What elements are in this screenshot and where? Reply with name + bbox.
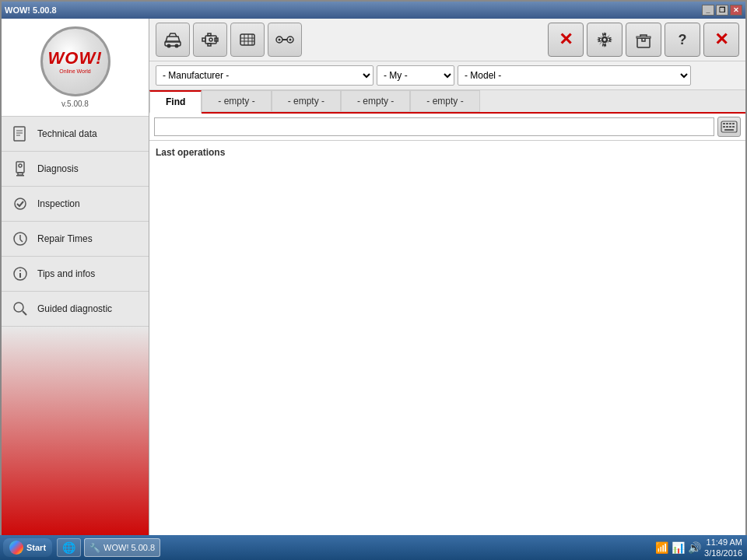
clock-time: 11:49 AM xyxy=(704,537,742,548)
ie-icon: 🌐 xyxy=(62,541,75,554)
minimize-button[interactable]: _ xyxy=(702,5,714,16)
svg-rect-24 xyxy=(208,44,211,46)
svg-rect-39 xyxy=(637,38,650,47)
engine-button[interactable] xyxy=(193,23,227,57)
axle-button[interactable] xyxy=(268,23,302,57)
svg-rect-0 xyxy=(14,127,25,141)
car-button[interactable] xyxy=(156,23,190,57)
taskbar: Start 🌐 🔧 WOW! 5.00.8 📶 📊 🔊 11:49 AM 3/1… xyxy=(0,535,747,560)
svg-point-38 xyxy=(602,37,607,42)
volume-icon: 🔊 xyxy=(688,541,701,554)
start-button[interactable]: Start xyxy=(3,538,52,557)
guided-diagnostic-label: Guided diagnostic xyxy=(37,303,112,314)
svg-rect-41 xyxy=(642,38,645,41)
taskbar-wow-button[interactable]: 🔧 WOW! 5.00.8 xyxy=(84,538,160,557)
svg-point-13 xyxy=(19,270,21,271)
keyboard-button[interactable] xyxy=(717,117,741,137)
cancel-action-button[interactable]: ✕ xyxy=(548,23,584,57)
sidebar-item-diagnosis[interactable]: Diagnosis xyxy=(2,152,149,187)
logo-circle: WOW! Online World xyxy=(40,26,110,96)
svg-rect-46 xyxy=(729,123,731,124)
title-bar: WOW! 5.00.8 _ ❐ ✕ xyxy=(2,2,745,19)
tab-empty4[interactable]: - empty - xyxy=(410,90,479,112)
window-title: WOW! 5.00.8 xyxy=(5,5,57,15)
tabs-row: Find- empty -- empty -- empty -- empty - xyxy=(149,90,745,114)
engine-icon xyxy=(199,30,221,49)
package-button[interactable] xyxy=(626,23,661,57)
taskbar-ie-button[interactable]: 🌐 xyxy=(57,538,81,557)
svg-point-15 xyxy=(14,303,23,312)
app-window: WOW! 5.00.8 _ ❐ ✕ WOW! Online World v.5.… xyxy=(0,0,747,544)
my-dropdown[interactable]: - My - xyxy=(377,65,454,86)
clock-area: 11:49 AM 3/18/2016 xyxy=(704,537,742,559)
sidebar: WOW! Online World v.5.00.8 Technical dat… xyxy=(2,19,149,543)
svg-point-19 xyxy=(175,44,179,48)
svg-point-25 xyxy=(209,38,212,41)
keyboard-icon xyxy=(721,121,738,133)
guided-diagnostic-icon xyxy=(9,298,31,320)
svg-point-7 xyxy=(19,164,22,167)
diagnosis-label: Diagnosis xyxy=(37,163,79,174)
svg-point-36 xyxy=(289,39,292,41)
technical-data-label: Technical data xyxy=(37,128,97,139)
window-close-button[interactable]: ✕ xyxy=(730,5,742,16)
clock-date: 3/18/2016 xyxy=(704,548,742,558)
svg-point-35 xyxy=(279,39,281,41)
wow-taskbar-icon: 🔧 xyxy=(89,543,100,553)
tab-empty1[interactable]: - empty - xyxy=(202,90,271,112)
svg-line-11 xyxy=(20,240,23,242)
help-button[interactable]: ? xyxy=(665,23,700,57)
main-content: WOW! Online World v.5.00.8 Technical dat… xyxy=(2,19,745,543)
sidebar-item-guided-diagnostic[interactable]: Guided diagnostic xyxy=(2,292,149,327)
toolbar-right: ✕ xyxy=(548,23,739,57)
sidebar-item-tips-infos[interactable]: Tips and infos xyxy=(2,257,149,292)
tab-find[interactable]: Find xyxy=(149,90,202,114)
content-area: Last operations xyxy=(149,141,745,543)
search-area xyxy=(149,114,745,141)
signal-icon: 📊 xyxy=(672,541,685,554)
axle-icon xyxy=(274,30,296,49)
search-input[interactable] xyxy=(154,117,714,136)
svg-rect-49 xyxy=(726,126,728,128)
svg-rect-21 xyxy=(202,38,205,41)
svg-rect-23 xyxy=(208,33,211,36)
diagnosis-icon xyxy=(9,158,31,180)
wow-taskbar-label: WOW! 5.00.8 xyxy=(103,543,155,552)
sidebar-item-repair-times[interactable]: Repair Times xyxy=(2,222,149,257)
sidebar-item-technical-data[interactable]: Technical data xyxy=(2,117,149,152)
right-panel: ✕ xyxy=(149,19,745,543)
last-operations-title: Last operations xyxy=(156,147,739,158)
car-icon xyxy=(162,30,184,49)
start-label: Start xyxy=(26,543,46,552)
tab-empty3[interactable]: - empty - xyxy=(341,90,410,112)
repair-times-icon xyxy=(9,228,31,250)
svg-rect-48 xyxy=(723,126,725,128)
svg-line-16 xyxy=(23,311,26,315)
title-bar-controls: _ ❐ ✕ xyxy=(702,5,742,16)
restore-button[interactable]: ❐ xyxy=(716,5,728,16)
svg-rect-6 xyxy=(16,175,24,177)
manufacturer-dropdown[interactable]: - Manufacturer - xyxy=(156,65,374,86)
sidebar-item-inspection[interactable]: Inspection xyxy=(2,187,149,222)
taskbar-right: 📶 📊 🔊 11:49 AM 3/18/2016 xyxy=(655,537,747,559)
svg-rect-44 xyxy=(723,123,725,124)
radiator-button[interactable] xyxy=(230,23,265,57)
close-window-button[interactable]: ✕ xyxy=(703,23,739,57)
svg-rect-45 xyxy=(726,123,728,124)
repair-times-label: Repair Times xyxy=(37,233,93,244)
logo-wow-text: WOW! xyxy=(48,48,103,68)
toolbar: ✕ xyxy=(149,19,745,61)
sidebar-bottom xyxy=(2,327,149,543)
model-dropdown[interactable]: - Model - xyxy=(458,65,691,86)
inspection-label: Inspection xyxy=(37,198,80,209)
gear-icon xyxy=(595,30,614,49)
package-icon xyxy=(634,30,653,49)
nav-items: Technical dataDiagnosisInspectionRepair … xyxy=(2,117,149,327)
version-text: v.5.00.8 xyxy=(61,100,89,108)
svg-point-8 xyxy=(15,198,26,209)
svg-rect-52 xyxy=(724,129,734,131)
tips-infos-icon xyxy=(9,263,31,285)
settings-button[interactable] xyxy=(587,23,622,57)
tab-empty2[interactable]: - empty - xyxy=(272,90,341,112)
svg-rect-51 xyxy=(732,126,735,128)
